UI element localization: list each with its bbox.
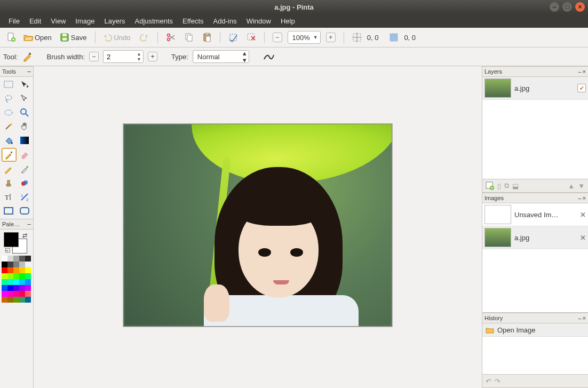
palette-swatch[interactable]	[2, 256, 7, 262]
palette-swatch[interactable]	[25, 279, 31, 285]
palette-swatch[interactable]	[19, 273, 25, 279]
palette-swatch[interactable]	[25, 291, 31, 297]
menu-adjustments[interactable]: Adjustments	[130, 15, 177, 27]
window-minimize-button[interactable]: –	[550, 2, 559, 12]
palette-swatch[interactable]	[19, 279, 25, 285]
palette-swatch[interactable]	[13, 273, 19, 279]
image-row[interactable]: Unsaved Im… ✕	[482, 203, 588, 226]
palette-swatch[interactable]	[13, 279, 19, 285]
palette-swatch[interactable]	[7, 267, 13, 273]
spin-down-icon[interactable]: ▾	[134, 57, 143, 62]
open-button[interactable]: Open	[21, 30, 55, 44]
merge-layer-button[interactable]: ⬓	[512, 182, 519, 190]
tool-text[interactable]: T	[2, 191, 15, 203]
redo-button[interactable]	[137, 30, 153, 44]
close-image-button[interactable]: ✕	[580, 211, 586, 219]
palette-swatch[interactable]	[13, 256, 19, 262]
palette-swatch[interactable]	[19, 291, 25, 297]
history-redo-button[interactable]: ↷	[495, 377, 500, 385]
palette-swatch[interactable]	[7, 297, 13, 303]
palette-swatch[interactable]	[7, 262, 13, 267]
palette-swatch[interactable]	[7, 256, 13, 262]
panel-minimize-icon[interactable]: –	[578, 68, 581, 75]
palette-swatch[interactable]	[25, 297, 31, 303]
tool-pencil[interactable]	[2, 163, 15, 176]
tool-pan[interactable]	[18, 120, 31, 133]
cut-button[interactable]	[163, 30, 179, 44]
palette-swatch[interactable]	[25, 267, 31, 273]
palette-swatch[interactable]	[2, 279, 7, 285]
menu-file[interactable]: File	[4, 15, 24, 27]
save-button[interactable]: Save	[58, 30, 91, 44]
history-row[interactable]: Open Image	[482, 323, 588, 337]
palette-swatch[interactable]	[19, 262, 25, 267]
brushwidth-dec-button[interactable]: −	[89, 52, 99, 61]
palette-swatch[interactable]	[7, 291, 13, 297]
delete-layer-button[interactable]: ▯	[497, 182, 501, 190]
tool-lasso[interactable]	[2, 92, 15, 105]
brushtype-combo[interactable]: Normal ▴ ▾	[193, 50, 249, 63]
close-image-button[interactable]: ✕	[580, 234, 586, 242]
canvas[interactable]	[123, 124, 392, 327]
menu-help[interactable]: Help	[276, 15, 299, 27]
new-button[interactable]	[3, 30, 19, 44]
layer-row[interactable]: a.jpg ✔	[482, 77, 588, 100]
palette-swatch[interactable]	[7, 273, 13, 279]
tool-move-pixels[interactable]	[18, 92, 31, 105]
palette-swatch[interactable]	[13, 297, 19, 303]
panel-close-icon[interactable]: ×	[583, 195, 586, 201]
tool-rectangle[interactable]	[2, 204, 15, 217]
menu-image[interactable]: Image	[71, 15, 99, 27]
palette-swatch[interactable]	[19, 285, 25, 291]
window-maximize-button[interactable]: □	[562, 2, 572, 12]
panel-minimize-icon[interactable]: –	[578, 195, 581, 201]
image-row[interactable]: a.jpg ✕	[482, 226, 588, 249]
move-layer-down-button[interactable]: ▼	[578, 182, 585, 190]
zoom-in-button[interactable]: +	[323, 30, 339, 44]
foreground-color-swatch[interactable]	[4, 232, 19, 247]
add-layer-button[interactable]	[486, 181, 494, 190]
tool-eraser[interactable]	[18, 148, 31, 161]
tool-recolor[interactable]	[18, 177, 31, 189]
color-fgbg[interactable]: ⇄ ◱	[4, 232, 27, 254]
menu-addins[interactable]: Add-ins	[209, 15, 241, 27]
tool-move-selection[interactable]	[18, 78, 31, 91]
palette-swatch[interactable]	[7, 279, 13, 285]
tool-bucket[interactable]	[2, 134, 15, 147]
tool-line-curve[interactable]: 12	[18, 191, 31, 203]
window-close-button[interactable]: ×	[575, 2, 585, 12]
panel-minimize-icon[interactable]: –	[27, 220, 31, 228]
swap-colors-icon[interactable]: ⇄	[22, 232, 27, 239]
palette-swatch[interactable]	[25, 285, 31, 291]
menu-window[interactable]: Window	[242, 15, 275, 27]
tool-gradient[interactable]	[18, 134, 31, 147]
history-panel-header[interactable]: History – ×	[482, 313, 588, 323]
tool-magic-wand[interactable]	[2, 120, 15, 133]
images-panel-header[interactable]: Images – ×	[482, 193, 588, 203]
palette-swatch[interactable]	[13, 262, 19, 267]
palette-swatch[interactable]	[2, 291, 7, 297]
panel-close-icon[interactable]: ×	[583, 68, 586, 75]
palette-swatch[interactable]	[25, 273, 31, 279]
palette-swatch[interactable]	[13, 285, 19, 291]
palette-swatch[interactable]	[2, 297, 7, 303]
crop-selection-button[interactable]	[225, 30, 241, 44]
layers-panel-header[interactable]: Layers – ×	[482, 66, 588, 77]
palette-swatch[interactable]	[2, 273, 7, 279]
palette-swatch[interactable]	[19, 297, 25, 303]
palette-panel-header[interactable]: Pale… –	[0, 219, 33, 229]
copy-button[interactable]	[181, 30, 197, 44]
layer-visible-checkbox[interactable]: ✔	[577, 84, 586, 92]
history-undo-button[interactable]: ↶	[486, 377, 491, 385]
tool-zoom[interactable]	[18, 106, 31, 119]
undo-button[interactable]: Undo	[100, 30, 134, 44]
tools-panel-header[interactable]: Tools –	[0, 66, 33, 77]
palette-swatch[interactable]	[19, 256, 25, 262]
deselect-button[interactable]	[243, 30, 259, 44]
tool-clone-stamp[interactable]	[2, 177, 15, 189]
reset-colors-icon[interactable]: ◱	[5, 247, 10, 254]
tool-ellipse-select[interactable]	[2, 106, 15, 119]
palette-swatch[interactable]	[19, 267, 25, 273]
palette-swatch[interactable]	[13, 267, 19, 273]
menu-view[interactable]: View	[46, 15, 70, 27]
